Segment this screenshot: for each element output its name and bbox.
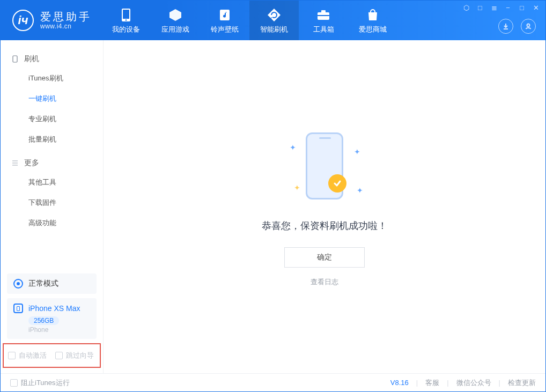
checkbox-label: 跳过向导 [66,351,94,360]
view-log-link[interactable]: 查看日志 [311,277,338,287]
svg-rect-6 [318,15,329,16]
app-url: www.i4.cn [40,23,92,30]
mode-icon [13,279,23,289]
phone-outline-icon [11,55,19,63]
sidebar: 刷机 iTunes刷机 一键刷机 专业刷机 批量刷机 更多 其他工具 下载固件 … [1,40,104,373]
checkmark-badge-icon [328,174,346,193]
skin-icon[interactable]: ⬡ [462,4,470,12]
top-nav: 我的设备 应用游戏 铃声壁纸 智能刷机 工具箱 爱思商城 [101,1,397,40]
sidebar-group-more: 更多 其他工具 下载固件 高级功能 [1,154,103,233]
svg-rect-1 [123,10,129,19]
menu-icon[interactable]: ≣ [490,4,498,12]
grid-icon[interactable]: □ [476,4,484,12]
nav-label: 我的设备 [112,25,140,34]
sidebar-group-title: 刷机 [24,54,39,64]
download-button[interactable] [498,19,513,34]
sidebar-item-one-click-flash[interactable]: 一键刷机 [1,88,103,109]
nav-apps-games[interactable]: 应用游戏 [151,1,200,40]
check-update-link[interactable]: 检查更新 [508,378,536,388]
close-button[interactable]: ✕ [532,4,540,12]
sidebar-group-flash: 刷机 iTunes刷机 一键刷机 专业刷机 批量刷机 [1,50,103,150]
sidebar-bottom: 正常模式 iPhone XS Max 256GB iPhone 自动激活 跳过向… [1,264,103,373]
device-icon [118,7,134,23]
statusbar-right: V8.16 | 客服 | 微信公众号 | 检查更新 [390,378,536,388]
list-icon [11,159,19,167]
statusbar-left: 阻止iTunes运行 [10,378,70,388]
separator: | [499,379,500,387]
nav-label: 工具箱 [313,25,334,34]
checkbox-icon [55,352,63,359]
ok-button[interactable]: 确定 [284,247,365,268]
skip-wizard-checkbox[interactable]: 跳过向导 [55,351,94,360]
sidebar-item-download-firmware[interactable]: 下载固件 [1,193,103,213]
header-round-buttons [498,19,536,34]
sidebar-item-itunes-flash[interactable]: iTunes刷机 [1,68,103,88]
sidebar-scroll: 刷机 iTunes刷机 一键刷机 专业刷机 批量刷机 更多 其他工具 下载固件 … [1,40,103,264]
music-icon [217,7,233,23]
device-name: iPhone XS Max [28,304,80,313]
sidebar-item-advanced[interactable]: 高级功能 [1,213,103,233]
toolbox-icon [315,7,331,23]
svg-point-7 [527,24,530,27]
version-label: V8.16 [390,379,409,387]
titlebar: iч 爱思助手 www.i4.cn 我的设备 应用游戏 铃声壁纸 智能刷机 [1,1,545,40]
sidebar-item-batch-flash[interactable]: 批量刷机 [1,129,103,150]
logo: iч 爱思助手 www.i4.cn [1,1,101,40]
logo-text: 爱思助手 www.i4.cn [40,11,92,30]
result-message: 恭喜您，保资料刷机成功啦！ [262,219,387,232]
separator: | [416,379,418,387]
nav-label: 爱思商城 [359,25,387,34]
user-button[interactable] [521,19,536,34]
device-capacity: 256GB [28,316,59,325]
highlighted-options: 自动激活 跳过向导 [3,343,101,368]
wechat-link[interactable]: 微信公众号 [456,378,491,388]
support-link[interactable]: 客服 [425,378,439,388]
body: 刷机 iTunes刷机 一键刷机 专业刷机 批量刷机 更多 其他工具 下载固件 … [1,40,545,373]
nav-store[interactable]: 爱思商城 [348,1,397,40]
window-controls-top: ⬡ □ ≣ − □ ✕ [462,4,540,12]
app-name: 爱思助手 [40,11,92,23]
block-itunes-checkbox[interactable]: 阻止iTunes运行 [10,378,70,388]
sidebar-group-title: 更多 [24,158,39,168]
sidebar-group-head: 刷机 [1,50,103,68]
success-illustration: ✦ ✦ ✦ ✦ [274,127,375,208]
svg-rect-8 [13,56,17,62]
main-content: ✦ ✦ ✦ ✦ 恭喜您，保资料刷机成功啦！ 确定 查看日志 [104,40,545,373]
nav-ringtones[interactable]: 铃声壁纸 [200,1,249,40]
checkbox-label: 阻止iTunes运行 [21,378,70,388]
svg-point-2 [126,19,127,21]
statusbar: 阻止iTunes运行 V8.16 | 客服 | 微信公众号 | 检查更新 [1,373,545,391]
nav-flash[interactable]: 智能刷机 [249,1,299,40]
nav-toolbox[interactable]: 工具箱 [299,1,348,40]
minimize-button[interactable]: − [504,4,512,12]
device-type: iPhone [28,326,90,334]
mode-card[interactable]: 正常模式 [7,273,97,294]
device-outline-icon [13,304,23,313]
nav-label: 智能刷机 [260,25,288,34]
maximize-button[interactable]: □ [518,4,526,12]
sidebar-group-head: 更多 [1,154,103,172]
checkbox-icon [8,352,16,359]
logo-icon: iч [12,10,34,31]
checkbox-label: 自动激活 [19,351,47,360]
sidebar-item-other-tools[interactable]: 其他工具 [1,172,103,193]
sparkle-icon: ✦ [290,143,296,152]
sparkle-icon: ✦ [294,183,300,192]
sparkle-icon: ✦ [357,186,363,195]
svg-rect-5 [321,10,326,13]
app-window: iч 爱思助手 www.i4.cn 我的设备 应用游戏 铃声壁纸 智能刷机 [0,0,546,392]
separator: | [447,379,448,387]
refresh-icon [266,7,282,23]
nav-label: 铃声壁纸 [211,25,239,34]
bag-icon [365,7,381,23]
checkbox-icon [10,379,18,387]
sparkle-icon: ✦ [354,147,360,156]
auto-activate-checkbox[interactable]: 自动激活 [8,351,47,360]
sidebar-item-pro-flash[interactable]: 专业刷机 [1,109,103,129]
cube-icon [167,7,183,23]
nav-label: 应用游戏 [161,25,189,34]
device-card[interactable]: iPhone XS Max 256GB iPhone [7,298,97,339]
result-panel: ✦ ✦ ✦ ✦ 恭喜您，保资料刷机成功啦！ 确定 查看日志 [262,127,387,287]
nav-my-device[interactable]: 我的设备 [101,1,151,40]
mode-label: 正常模式 [28,279,58,289]
